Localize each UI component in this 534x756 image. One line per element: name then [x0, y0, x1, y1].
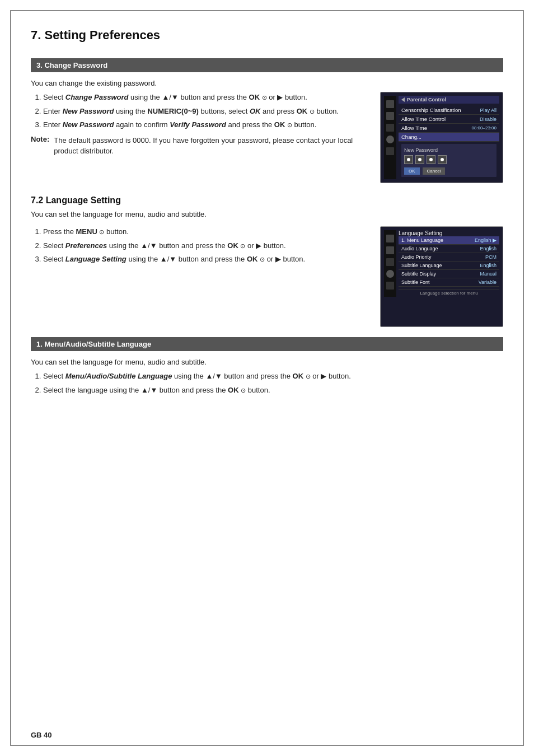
language-setting-steps: Press the MENU ⊙ button. Select Preferen… [31, 226, 370, 269]
tv-lang-icon-5 [386, 282, 394, 290]
tv-password-area: New Password OK Cancel [401, 144, 496, 177]
step-mas-1: Select Menu/Audio/Subtitle Language usin… [43, 371, 503, 382]
page-border-bottom [10, 745, 524, 746]
tv-icon-1 [386, 100, 394, 108]
tv-language-title: Language Setting [399, 230, 499, 236]
change-password-steps: Select Change Password using the ▲/▼ but… [31, 92, 370, 164]
change-password-header: 3. Change Password [31, 58, 503, 72]
tv-icon-4 [386, 136, 394, 143]
page-border-top [10, 10, 524, 11]
tv-row-menu-lang: 1. Menu LanguageEnglish ▶ [399, 236, 499, 245]
page-border-left [10, 10, 11, 746]
step-ls-3: Select Language Setting using the ▲/▼ bu… [43, 254, 370, 265]
step-cp-2: Enter New Password using the NUMERIC(0~9… [43, 106, 370, 117]
language-setting-intro: You can set the language for menu, audio… [31, 210, 503, 218]
step-cp-3: Enter New Password again to confirm Veri… [43, 119, 370, 130]
change-password-intro: You can change the existing password. [31, 79, 503, 87]
tv-ok-btn: OK [404, 167, 420, 175]
tv-parental-screen: Parental Control Censorship Classificati… [380, 92, 503, 183]
tv-row-change: Chang... [399, 133, 499, 142]
tv-row-subtitle-font: Subtitle FontVariable [399, 278, 499, 287]
page-title: 7. Setting Preferences [31, 22, 503, 43]
tv-cancel-btn: Cancel [423, 167, 446, 175]
tv-icon-5 [386, 147, 394, 155]
language-setting-screenshot: Language Setting 1. Menu LanguageEnglish… [380, 226, 503, 327]
note-label: Note: [31, 135, 49, 157]
page-number: GB 40 [31, 731, 52, 739]
tv-row-subtitle-display: Subtitle DisplayManual [399, 270, 499, 278]
step-ls-2: Select Preferences using the ▲/▼ button … [43, 240, 370, 251]
step-ls-1: Press the MENU ⊙ button. [43, 226, 370, 237]
tv-row-subtitle-lang: Subtitle LanguageEnglish [399, 262, 499, 270]
note-text: The default password is 0000. If you hav… [54, 135, 370, 157]
tv-language-screen: Language Setting 1. Menu LanguageEnglish… [380, 226, 503, 327]
tv-pwd-boxes [404, 155, 494, 164]
tv-pwd-box-1 [404, 155, 413, 164]
tv-lang-icon-4 [386, 270, 394, 278]
tv-parental-title: Parental Control [399, 96, 499, 104]
tv-row-allow-time: Allow Time08:00–23:00 [399, 124, 499, 133]
step-mas-2: Select the language using the ▲/▼ button… [43, 385, 503, 396]
tv-lang-icon-2 [386, 246, 394, 254]
tv-pwd-label: New Password [404, 147, 494, 153]
step-cp-1: Select Change Password using the ▲/▼ but… [43, 92, 370, 103]
tv-icon-3 [386, 124, 394, 132]
tv-row-classification: Censorship ClassificationPlay All [399, 106, 499, 115]
tv-lang-icon-1 [386, 235, 394, 242]
tv-lang-icon-3 [386, 258, 394, 266]
tv-pwd-box-4 [438, 155, 447, 164]
language-setting-title: 7.2 Language Setting [31, 195, 503, 206]
tv-row-audio-lang: Audio LanguageEnglish [399, 245, 499, 253]
menu-audio-subtitle-steps: Select Menu/Audio/Subtitle Language usin… [43, 371, 503, 395]
parental-control-screenshot: Parental Control Censorship Classificati… [380, 92, 503, 183]
menu-audio-subtitle-header: 1. Menu/Audio/Subtitle Language [31, 337, 503, 351]
page-border-right [523, 10, 524, 746]
menu-audio-subtitle-intro: You can set the language for menu, audio… [31, 358, 503, 366]
tv-row-allow-time-ctrl: Allow Time ControlDisable [399, 115, 499, 124]
tv-pwd-box-3 [427, 155, 435, 164]
tv-btn-row: OK Cancel [404, 167, 494, 175]
tv-pwd-box-2 [415, 155, 424, 164]
tv-bottom-caption: Language selection for menu [399, 289, 499, 297]
note-block: Note: The default password is 0000. If y… [31, 135, 370, 157]
tv-icon-2 [386, 112, 394, 120]
tv-row-audio-priority: Audio PriorityPCM [399, 253, 499, 262]
